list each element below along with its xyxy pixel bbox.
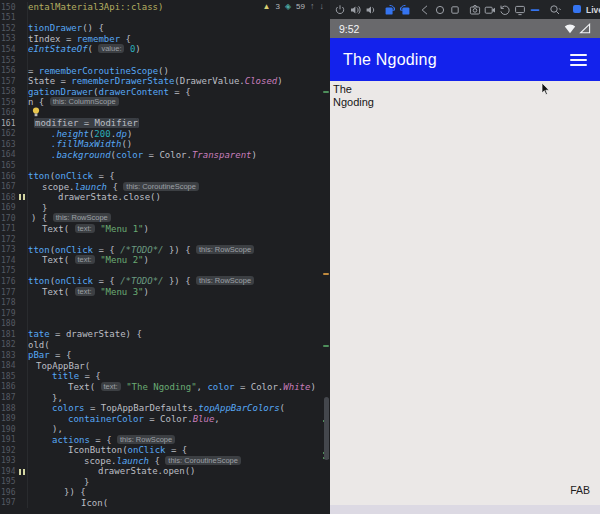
gutter[interactable] [17, 456, 28, 467]
gutter[interactable] [17, 118, 28, 129]
stripe-mark[interactable] [323, 91, 329, 93]
gutter[interactable] [17, 171, 28, 182]
gutter[interactable] [17, 245, 28, 256]
code-line[interactable]: 171Text( text: "Menu 1") [0, 223, 330, 234]
code-line[interactable]: 152tionDrawer() { [0, 23, 330, 34]
gutter[interactable] [17, 223, 28, 234]
code-line[interactable]: 174Text( text: "Menu 2") [0, 255, 330, 266]
pause-icon[interactable] [19, 469, 26, 475]
gutter[interactable] [17, 466, 28, 477]
code-line[interactable]: 155 [0, 55, 330, 66]
app-content-area[interactable]: The Ngoding FAB [330, 81, 600, 505]
next-problem-arrow-icon[interactable]: ↓ [320, 1, 325, 11]
code-line[interactable]: 187}, [0, 392, 330, 403]
intention-bulb-icon[interactable] [32, 107, 40, 119]
gutter[interactable] [17, 329, 28, 340]
screenshot-icon[interactable] [469, 4, 481, 16]
volume-up-icon[interactable] [349, 4, 361, 16]
gutter[interactable] [17, 76, 28, 87]
code-line[interactable]: 185title = { [0, 371, 330, 382]
code-line[interactable]: 169} [0, 202, 330, 213]
code-line[interactable]: 164.background(color = Color.Transparent… [0, 150, 330, 161]
gutter[interactable] [17, 350, 28, 361]
code-line[interactable]: 161modifier = Modifier [0, 118, 330, 129]
gutter[interactable] [17, 255, 28, 266]
gutter[interactable] [17, 86, 28, 97]
gutter[interactable] [17, 150, 28, 161]
code-line[interactable]: 162.height(200.dp) [0, 129, 330, 140]
gutter[interactable] [17, 308, 28, 319]
gutter[interactable] [17, 202, 28, 213]
gutter[interactable] [17, 498, 28, 509]
gutter[interactable] [17, 181, 28, 192]
error-stripe[interactable] [322, 0, 330, 514]
gutter[interactable] [17, 487, 28, 498]
code-line[interactable]: 166tton(onClick = { [0, 171, 330, 182]
rotate-left-icon[interactable] [384, 4, 396, 16]
code-line[interactable]: 165 [0, 160, 330, 171]
gutter[interactable] [17, 266, 28, 277]
code-line[interactable]: 179 [0, 308, 330, 319]
live-edit-status[interactable]: Live Edit disabled [571, 3, 600, 17]
power-icon[interactable] [334, 4, 346, 16]
gutter[interactable] [17, 413, 28, 424]
inspections-widget[interactable]: ▲3 ◈59 ↑ ↓ [263, 1, 324, 11]
gutter[interactable] [17, 445, 28, 456]
record-icon[interactable] [484, 4, 496, 16]
gutter[interactable] [17, 23, 28, 34]
code-line[interactable]: 151 [0, 13, 330, 24]
code-line[interactable]: 172 [0, 234, 330, 245]
gutter[interactable] [17, 361, 28, 372]
rotate-right-icon[interactable] [399, 4, 411, 16]
gutter[interactable] [17, 424, 28, 435]
code-editor[interactable]: ▲3 ◈59 ↑ ↓ 150entalMaterial3Api::class)1… [0, 0, 330, 514]
gutter[interactable] [17, 403, 28, 414]
gutter[interactable] [17, 297, 28, 308]
gutter[interactable] [17, 318, 28, 329]
code-line[interactable]: 191actions = { this: RowScope [0, 434, 330, 445]
code-line[interactable]: 163.fillMaxWidth() [0, 139, 330, 150]
gutter[interactable] [17, 13, 28, 24]
gutter[interactable] [17, 371, 28, 382]
stripe-mark[interactable] [323, 345, 329, 347]
gutter[interactable] [17, 340, 28, 351]
gutter[interactable] [17, 97, 28, 108]
code-line[interactable]: 173tton(onClick = { /*TODO*/ }) { this: … [0, 245, 330, 256]
code-line[interactable]: 167scope.launch { this: CoroutineScope [0, 181, 330, 192]
gutter[interactable] [17, 34, 28, 45]
code-line[interactable]: 188colors = TopAppBarDefaults.topAppBarC… [0, 403, 330, 414]
home-icon[interactable] [434, 4, 446, 16]
gutter[interactable] [17, 234, 28, 245]
code-line[interactable]: 182old( [0, 340, 330, 351]
code-line[interactable]: 160 [0, 107, 330, 118]
overview-icon[interactable] [449, 4, 461, 16]
gutter[interactable] [17, 65, 28, 76]
code-line[interactable]: 168drawerState.close() [0, 192, 330, 203]
code-line[interactable]: 194drawerState.open() [0, 466, 330, 477]
gutter[interactable] [17, 434, 28, 445]
gutter[interactable] [17, 392, 28, 403]
gutter[interactable] [17, 477, 28, 488]
code-line[interactable]: 197Icon( [0, 498, 330, 509]
gutter[interactable] [17, 160, 28, 171]
code-line[interactable]: 186Text( text: "The Ngoding", color = Co… [0, 382, 330, 393]
code-line[interactable]: 177Text( text: "Menu 3") [0, 287, 330, 298]
gesture-nav-bar[interactable] [330, 505, 600, 514]
code-line[interactable]: 192IconButton(onClick = { [0, 445, 330, 456]
back-icon[interactable] [419, 4, 431, 16]
device-screen[interactable]: 9:52 The Ngoding The Ngoding FAB [330, 19, 600, 514]
gutter[interactable] [17, 139, 28, 150]
gutter[interactable] [17, 287, 28, 298]
gutter[interactable] [17, 382, 28, 393]
code-line[interactable]: 158gationDrawer(drawerContent = { [0, 86, 330, 97]
code-line[interactable]: 190), [0, 424, 330, 435]
code-line[interactable]: 153tIndex = remember { [0, 34, 330, 45]
code-line[interactable]: 195} [0, 477, 330, 488]
code-line[interactable]: 184TopAppBar( [0, 361, 330, 372]
code-line[interactable]: 193scope.launch { this: CoroutineScope [0, 456, 330, 467]
code-line[interactable]: 178 [0, 297, 330, 308]
code-line[interactable]: 170) { this: RowScope [0, 213, 330, 224]
fold-icon[interactable] [529, 4, 541, 16]
code-line[interactable]: 183pBar = { [0, 350, 330, 361]
scrollbar-thumb[interactable] [324, 397, 329, 460]
